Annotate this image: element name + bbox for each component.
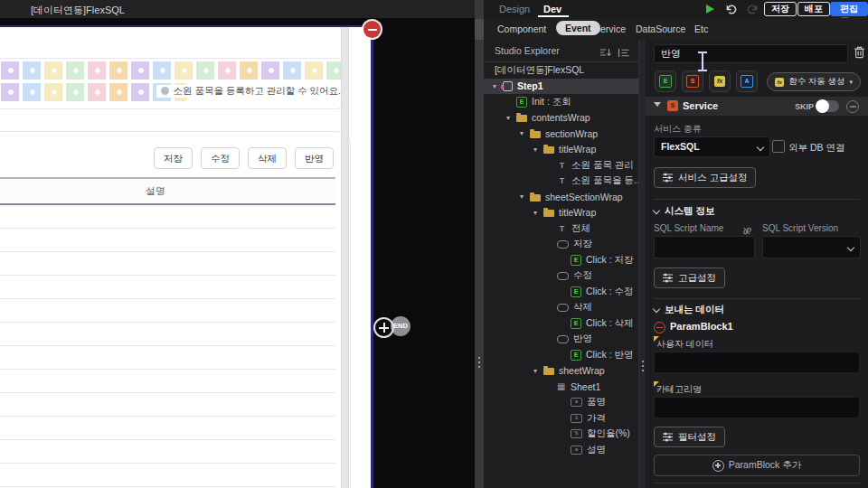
- event-icon: E: [659, 75, 672, 88]
- tree-item-init[interactable]: Init : 조회: [484, 94, 638, 110]
- tab-etc[interactable]: Etc: [694, 23, 708, 34]
- function-icon: fx: [775, 78, 784, 87]
- panel-splitter-left[interactable]: [475, 0, 484, 488]
- undo-icon[interactable]: [724, 3, 738, 19]
- category-input[interactable]: [654, 397, 860, 418]
- tree-item-click-apply[interactable]: Click : 반영: [484, 347, 638, 363]
- tree-item-title-text[interactable]: 소원 품목 관리: [484, 157, 638, 174]
- number-column-icon: [571, 414, 582, 423]
- folder-icon: [543, 368, 554, 375]
- add-step-button[interactable]: [373, 317, 394, 338]
- auto-generate-function-button[interactable]: fx 함수 자동 생성 ▾: [767, 72, 861, 91]
- event-icon: [571, 350, 581, 361]
- action-chip[interactable]: A: [736, 70, 758, 92]
- tree-item-click-delete[interactable]: Click : 삭제: [484, 315, 638, 332]
- tab-dev[interactable]: Dev: [543, 4, 561, 14]
- service-section-header[interactable]: S Service SKIP: [646, 97, 868, 116]
- run-icon[interactable]: [706, 5, 714, 14]
- tab-datasource[interactable]: DataSource: [636, 23, 685, 34]
- step-icon: [503, 81, 513, 91]
- remove-service-icon[interactable]: [846, 100, 859, 113]
- remove-step-button[interactable]: [363, 21, 381, 38]
- document-tab-bar: [데이터연동]FlexSQL: [0, 0, 476, 18]
- tree-item-sheetsectionwrap[interactable]: sheetSectionWrap: [484, 189, 638, 205]
- canvas-delete-button[interactable]: 삭제: [248, 147, 287, 169]
- folder-icon: [543, 146, 554, 154]
- finish-edit-button[interactable]: 편집종료: [830, 2, 868, 16]
- tree-item-subtitle-text[interactable]: 소원 품목을 등…: [484, 174, 638, 190]
- sheet-column-header: 설명: [0, 177, 335, 205]
- external-db-checkbox[interactable]: [772, 140, 785, 153]
- tree-item-contentswrap[interactable]: contentsWrap: [484, 110, 638, 127]
- send-data-section-header[interactable]: 보내는 데이터: [654, 304, 724, 316]
- user-data-input[interactable]: [654, 352, 860, 373]
- system-info-section-header[interactable]: 시스템 정보: [654, 205, 714, 218]
- service-advanced-settings-button[interactable]: 서비스 고급설정: [654, 167, 756, 188]
- caret-icon[interactable]: [533, 367, 543, 375]
- function-icon: fx: [714, 76, 725, 87]
- canvas-apply-button[interactable]: 반영: [295, 147, 334, 169]
- deploy-button[interactable]: 배포: [797, 2, 830, 16]
- caret-icon[interactable]: [506, 114, 516, 122]
- tree-item-sheetwrap[interactable]: sheetWrap: [484, 363, 638, 380]
- splitter-grip-icon[interactable]: [475, 354, 484, 371]
- divider: [654, 199, 860, 200]
- trash-icon[interactable]: [854, 46, 865, 62]
- save-button[interactable]: 저장: [764, 2, 797, 16]
- tree-item-total-text[interactable]: 전체: [484, 221, 638, 237]
- tree-item-col-discount[interactable]: 할인율(%): [484, 427, 638, 443]
- text-icon: [557, 161, 567, 170]
- filter-settings-button[interactable]: 필터설정: [654, 427, 725, 447]
- collapse-all-icon[interactable]: [618, 45, 629, 61]
- event-chip[interactable]: E: [655, 70, 676, 92]
- canvas-action-buttons: 저장 수정 삭제 반영: [154, 147, 334, 169]
- tree-item-col-name[interactable]: 품명: [484, 395, 638, 411]
- event-icon: [571, 318, 581, 329]
- tree-item-col-price[interactable]: 가격: [484, 410, 638, 427]
- caret-icon[interactable]: [533, 209, 543, 217]
- tab-service[interactable]: Service: [594, 23, 626, 34]
- section-card: 저장 수정 삭제 반영 설명: [0, 131, 351, 488]
- folder-icon: [543, 210, 554, 217]
- tree-item-sheet1[interactable]: Sheet1: [484, 379, 638, 395]
- canvas-scrollbar[interactable]: [341, 27, 349, 488]
- tree-item-edit-button[interactable]: 수정: [484, 268, 638, 285]
- remove-paramblock-icon[interactable]: [654, 322, 665, 333]
- tab-design[interactable]: Design: [499, 4, 530, 14]
- event-name-input[interactable]: 반영: [654, 44, 848, 63]
- sort-icon[interactable]: [599, 45, 611, 61]
- redo-icon: [746, 3, 760, 19]
- sql-script-name-input[interactable]: [654, 236, 755, 258]
- document-tab[interactable]: [데이터연동]FlexSQL: [31, 4, 125, 17]
- service-chip[interactable]: S: [682, 70, 703, 92]
- tree-item-col-desc[interactable]: 설명: [484, 442, 638, 458]
- advanced-settings-button[interactable]: 고급설정: [654, 267, 725, 288]
- tree-root[interactable]: [데이터연동]FlexSQL: [484, 62, 638, 79]
- tree-item-titlewrap2[interactable]: titleWrap: [484, 205, 638, 221]
- sql-script-version-select[interactable]: [762, 236, 861, 258]
- sheet-grid[interactable]: 설명: [0, 177, 335, 488]
- caret-icon[interactable]: [520, 192, 530, 201]
- chevron-down-icon: [653, 206, 660, 213]
- tree-item-save-button[interactable]: 저장: [484, 237, 638, 253]
- caret-icon[interactable]: [520, 129, 530, 137]
- caret-icon[interactable]: [533, 145, 543, 154]
- tree-item-delete-button[interactable]: 삭제: [484, 300, 638, 316]
- tree-item-sectionwrap[interactable]: sectionWrap: [484, 126, 638, 142]
- canvas-edit-button[interactable]: 수정: [201, 147, 240, 169]
- tree-item-click-save[interactable]: Click : 저장: [484, 252, 638, 268]
- add-paramblock-button[interactable]: ParamBlock 추가: [654, 455, 860, 476]
- collapse-caret-icon[interactable]: [654, 102, 661, 107]
- function-chip[interactable]: fx: [709, 70, 731, 92]
- sheet-row: [0, 393, 335, 417]
- design-canvas[interactable]: 소원 품목을 등록하고 관리할 수 있어요. 저장 수정 삭제 반영 설명: [0, 25, 373, 488]
- tree-item-titlewrap[interactable]: titleWrap: [484, 142, 638, 158]
- tab-component[interactable]: Component: [497, 23, 546, 34]
- tree-item-apply-button[interactable]: 반영: [484, 332, 638, 348]
- tree-item-click-edit[interactable]: Click : 수정: [484, 284, 638, 300]
- canvas-save-button[interactable]: 저장: [154, 147, 193, 169]
- skip-toggle[interactable]: [817, 100, 839, 112]
- service-type-select[interactable]: FlexSQL: [654, 136, 770, 157]
- plus-circle-icon: [712, 460, 724, 472]
- tree-item-step1[interactable]: Step1: [484, 79, 638, 95]
